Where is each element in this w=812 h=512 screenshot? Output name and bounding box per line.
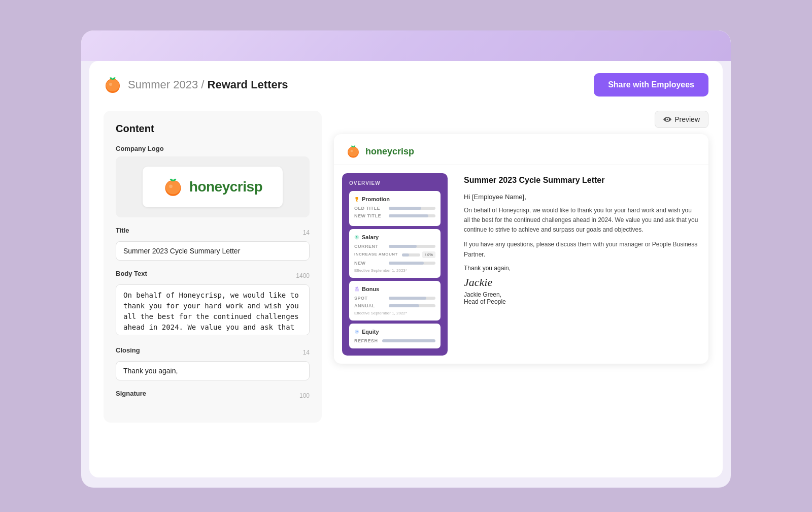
signature-script: Jackie	[464, 276, 698, 289]
preview-brand-name: honeycrisp	[365, 146, 414, 157]
closing-char-count: 14	[303, 349, 310, 356]
body-text-label: Body Text	[116, 270, 147, 277]
body-text-section: Body Text 1400 On behalf of Honeycrisp, …	[116, 270, 310, 337]
company-logo-section: Company Logo honeycrisp	[116, 145, 310, 217]
preview-card: honeycrisp OVERVIEW	[334, 134, 708, 364]
svg-point-4	[165, 181, 180, 195]
page-header: Summer 2023 / Reward Letters Share with …	[104, 73, 708, 97]
promotion-card: Promotion OLD TITLE NEW TITLE	[349, 191, 441, 226]
honeycrisp-peach-logo-icon	[163, 177, 183, 197]
salary-card: $ Salary CURRENT INCRE	[349, 229, 441, 278]
gift-icon	[354, 286, 359, 292]
peach-icon	[104, 76, 122, 94]
title-input[interactable]	[116, 241, 310, 261]
company-logo-label: Company Logo	[116, 145, 310, 152]
salary-title: $ Salary	[354, 234, 435, 240]
chart-icon	[354, 329, 359, 334]
bonus-card: Bonus SPOT ANNUAL	[349, 281, 441, 321]
letter-closing: Thank you again,	[464, 265, 698, 272]
overview-card: OVERVIEW Promotion	[342, 173, 448, 356]
preview-peach-icon	[346, 144, 360, 158]
bonus-title: Bonus	[354, 286, 435, 292]
eye-icon	[663, 115, 671, 123]
money-icon: $	[354, 235, 359, 240]
title-char-count: 14	[303, 229, 310, 236]
closing-section: Closing 14	[116, 346, 310, 380]
trophy-icon	[354, 197, 359, 202]
letter-body-paragraph2: If you have any questions, please discus…	[464, 240, 698, 259]
signature-char-count: 100	[299, 392, 310, 399]
letter-title: Summer 2023 Cycle Summary Letter	[464, 175, 698, 186]
signer-name: Jackie Green,	[464, 291, 698, 298]
main-content: Summer 2023 / Reward Letters Share with …	[89, 61, 723, 477]
title-field-label: Title	[116, 227, 129, 234]
letter-body-paragraph1: On behalf of Honeycrisp, we would like t…	[464, 206, 698, 235]
breadcrumb: Summer 2023 / Reward Letters	[128, 78, 288, 91]
svg-text:$: $	[356, 236, 358, 239]
preview-button[interactable]: Preview	[655, 111, 708, 128]
signature-label: Signature	[116, 390, 146, 397]
svg-point-8	[351, 150, 353, 152]
letter-greeting: Hi [Employee Name],	[464, 193, 698, 201]
promotion-title: Promotion	[354, 196, 435, 202]
svg-point-5	[169, 185, 173, 188]
svg-point-1	[106, 79, 119, 91]
share-with-employees-button[interactable]: Share with Employees	[594, 73, 708, 97]
content-section-title: Content	[116, 123, 310, 135]
overview-label: OVERVIEW	[349, 180, 441, 186]
equity-title: Equity	[354, 329, 435, 335]
equity-card: Equity REFRESH	[349, 324, 441, 348]
honeycrisp-logo-preview: honeycrisp	[143, 167, 283, 207]
preview-body: OVERVIEW Promotion	[334, 165, 708, 364]
logo-upload-area[interactable]: honeycrisp	[116, 156, 310, 217]
svg-rect-11	[355, 289, 359, 292]
svg-point-2	[109, 83, 112, 86]
body-text-input[interactable]: On behalf of Honeycrisp, we would like t…	[116, 284, 310, 335]
title-section: Title 14	[116, 227, 310, 261]
content-area: Content Company Logo honeycrisp	[104, 111, 708, 423]
preview-card-header: honeycrisp	[334, 134, 708, 165]
right-preview-panel: Preview honeycrisp	[334, 111, 708, 364]
top-decoration-bar	[81, 30, 731, 61]
svg-point-7	[348, 147, 358, 156]
body-text-char-count: 1400	[296, 272, 310, 279]
closing-label: Closing	[116, 346, 140, 354]
signature-section: Signature 100	[116, 390, 310, 401]
left-edit-panel: Content Company Logo honeycrisp	[104, 111, 322, 423]
app-container: Summer 2023 / Reward Letters Share with …	[81, 30, 731, 488]
preview-overview-column: OVERVIEW Promotion	[334, 165, 456, 364]
brand-name-in-logo: honeycrisp	[189, 179, 262, 195]
header-left: Summer 2023 / Reward Letters	[104, 76, 288, 94]
closing-input[interactable]	[116, 361, 310, 380]
signer-title: Head of People	[464, 298, 698, 305]
preview-letter-content: Summer 2023 Cycle Summary Letter Hi [Emp…	[456, 165, 708, 364]
